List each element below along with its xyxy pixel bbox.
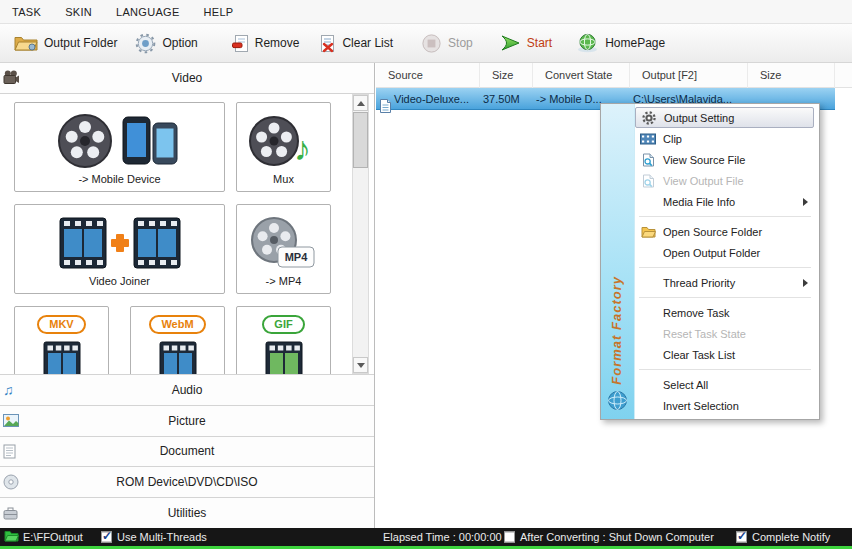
remove-button[interactable]: Remove (226, 31, 306, 56)
sidebar-section-document[interactable]: Document (0, 436, 374, 467)
category-panel: Video -> Mobile Device ♪ Mux Video Joine… (0, 63, 375, 528)
clear-list-label: Clear List (342, 36, 393, 50)
video-card-area: -> Mobile Device ♪ Mux Video Joiner MP4 … (0, 94, 374, 374)
menu-task[interactable]: TASK (0, 6, 53, 18)
menu-skin[interactable]: SKIN (53, 6, 104, 18)
column-header-output[interactable]: Output [F2] (630, 63, 748, 88)
file-view-icon (639, 173, 657, 189)
menu-help[interactable]: HELP (192, 6, 246, 18)
card-label: Video Joiner (89, 275, 150, 287)
no-icon (639, 275, 657, 291)
brand-globe-icon (607, 390, 628, 415)
stop-icon (421, 33, 442, 54)
shutdown-checkbox[interactable] (504, 532, 515, 543)
option-label: Option (162, 36, 197, 50)
menu-separator (635, 263, 817, 272)
picture-icon (3, 414, 19, 427)
sidebar-section-audio[interactable]: ♫ Audio (0, 374, 374, 405)
menu-item-reset-task-state: Reset Task State (635, 323, 817, 344)
scroll-up-button[interactable] (353, 95, 368, 111)
video-scrollbar[interactable] (352, 94, 369, 374)
toolbar: Output Folder Option Remove Clear List S… (0, 24, 852, 63)
menu-item-remove-task[interactable]: Remove Task (635, 302, 817, 323)
complete-notify-label: Complete Notify (752, 531, 830, 543)
menu-item-invert-selection[interactable]: Invert Selection (635, 395, 817, 416)
task-convert-state: -> Mobile D... (536, 93, 602, 105)
no-icon (639, 305, 657, 321)
card-label: -> MP4 (266, 275, 302, 287)
menu-item-media-file-info[interactable]: Media File Info (635, 191, 817, 212)
output-folder-button[interactable]: Output Folder (8, 31, 123, 55)
card-mkv[interactable]: MKV (14, 306, 109, 374)
clear-list-button[interactable]: Clear List (313, 31, 399, 56)
complete-notify-checkbox[interactable] (736, 532, 747, 543)
card-gif[interactable]: GIF (236, 306, 331, 374)
column-header-output-size[interactable]: Size (748, 63, 835, 88)
menu-item-view-output-file: View Output File (635, 170, 817, 191)
scroll-down-button[interactable] (353, 357, 368, 373)
music-note-icon: ♫ (3, 383, 14, 397)
menu-separator (635, 293, 817, 302)
menu-item-clear-task-list[interactable]: Clear Task List (635, 344, 817, 365)
no-icon (639, 245, 657, 261)
video-camera-icon (3, 70, 20, 89)
menu-item-output-setting[interactable]: Output Setting (635, 107, 814, 128)
film-strip-icon (43, 338, 81, 374)
card-mux[interactable]: ♪ Mux (236, 102, 331, 192)
card-mp4[interactable]: MP4 -> MP4 (236, 204, 331, 294)
menu-item-clip[interactable]: Clip (635, 128, 817, 149)
homepage-button[interactable]: HomePage (570, 30, 671, 56)
sidebar-section-rom-device[interactable]: ROM Device\DVD\CD\ISO (0, 466, 374, 497)
sidebar-section-picture[interactable]: Picture (0, 405, 374, 436)
stop-label: Stop (448, 36, 473, 50)
film-strip-icon (159, 338, 197, 374)
film-reel-note-icon: ♪ (248, 109, 320, 173)
homepage-label: HomePage (605, 36, 665, 50)
clip-icon (639, 131, 657, 147)
no-icon (639, 398, 657, 414)
card-label: -> Mobile Device (78, 173, 160, 185)
column-header-convert-state[interactable]: Convert State (533, 63, 630, 88)
sidebar-section-utilities[interactable]: Utilities (0, 497, 374, 528)
section-label: Audio (0, 383, 374, 397)
card-webm[interactable]: WebM (130, 306, 225, 374)
webm-format-tag: WebM (149, 315, 205, 334)
remove-label: Remove (255, 36, 300, 50)
disc-icon (3, 474, 19, 490)
gear-icon (640, 110, 658, 126)
card-video-joiner[interactable]: Video Joiner (14, 204, 225, 294)
menu-language[interactable]: LANGUAGE (104, 6, 192, 18)
sidebar-section-video[interactable]: Video (0, 63, 374, 94)
section-label: ROM Device\DVD\CD\ISO (0, 475, 374, 489)
menu-item-thread-priority[interactable]: Thread Priority (635, 272, 817, 293)
film-strips-plus-icon (56, 211, 184, 275)
homepage-globe-icon (576, 33, 599, 53)
menu-item-open-output-folder[interactable]: Open Output Folder (635, 242, 817, 263)
submenu-arrow-icon (803, 279, 808, 287)
task-source: Video-Deluxe... (394, 93, 469, 105)
menu-item-select-all[interactable]: Select All (635, 374, 817, 395)
menu-separator (635, 212, 817, 221)
film-strip-icon (265, 338, 303, 374)
menu-item-open-source-folder[interactable]: Open Source Folder (635, 221, 817, 242)
menu-brand-strip: Format Factory (601, 104, 635, 419)
video-file-icon (380, 99, 391, 115)
multi-threads-label: Use Multi-Threads (117, 531, 207, 543)
file-view-icon (639, 152, 657, 168)
shutdown-label: After Converting : Shut Down Computer (520, 531, 714, 543)
menu-item-view-source-file[interactable]: View Source File (635, 149, 817, 170)
section-label: Document (0, 444, 374, 458)
multi-threads-checkbox[interactable] (101, 532, 112, 543)
scrollbar-thumb[interactable] (353, 112, 368, 168)
start-label: Start (527, 36, 552, 50)
film-reel-mp4-icon: MP4 (250, 211, 318, 275)
card-mobile-device[interactable]: -> Mobile Device (14, 102, 225, 192)
output-path-label[interactable]: E:\FFOutput (23, 531, 83, 543)
start-button[interactable]: Start (493, 30, 558, 56)
menu-separator (635, 365, 817, 374)
column-header-size[interactable]: Size (480, 63, 533, 88)
no-icon (639, 347, 657, 363)
option-button[interactable]: Option (129, 30, 203, 57)
column-header-source[interactable]: Source (376, 63, 480, 88)
mkv-format-tag: MKV (37, 315, 85, 334)
